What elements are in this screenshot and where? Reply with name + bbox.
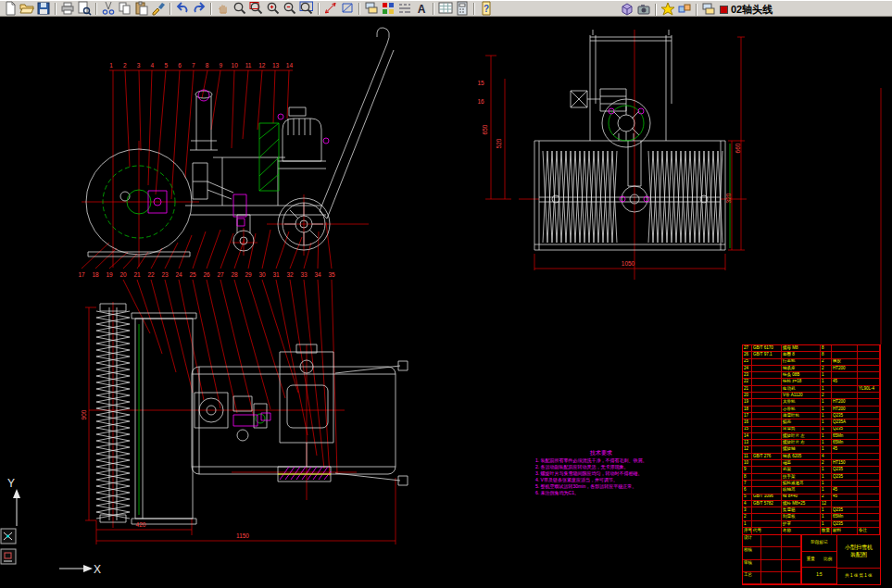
zoom-window-icon[interactable]	[248, 1, 265, 16]
sheet-info: 共 1 张 第 1 张	[837, 569, 880, 584]
dimension-label: 33	[300, 271, 308, 278]
sign-label: 校核	[743, 547, 761, 559]
dimension-label: 17	[78, 271, 85, 278]
cut-icon[interactable]	[100, 1, 117, 16]
zoom-out-icon[interactable]	[282, 1, 298, 16]
dimension-label: 320	[725, 193, 732, 203]
dimension-label: 18	[92, 271, 99, 278]
dimension-label: 14	[286, 62, 294, 69]
save-icon[interactable]	[35, 1, 52, 16]
paste-icon[interactable]	[133, 1, 150, 16]
bom-row: 1护罩1Q235	[743, 521, 880, 528]
bom-row: 5GB/T 1096键 8×40245	[743, 494, 880, 501]
dimension-label: 660	[735, 143, 741, 153]
open-icon[interactable]	[19, 1, 35, 16]
redo-icon[interactable]	[191, 1, 207, 16]
plot-icon[interactable]	[59, 1, 76, 16]
toolbar-separator	[210, 3, 212, 15]
dimension-label: 27	[217, 271, 224, 278]
dimension-label: 25	[189, 271, 196, 278]
toolbar-separator	[318, 3, 320, 15]
preview-icon[interactable]	[76, 1, 93, 16]
dimension-label: 22	[147, 271, 155, 278]
docked-tool-button-2[interactable]	[1, 549, 16, 564]
cyan-dot-icon	[6, 535, 9, 538]
copy-icon[interactable]	[117, 1, 133, 16]
title-block-info: 设计 校核 审核 工艺 阶段标记 重量比例 1:5 小型扫雪机 装配图 共 1 …	[743, 535, 880, 584]
dimension-label: 32	[286, 271, 294, 278]
bom-row: 21电动机1YL90L-4	[743, 386, 880, 393]
zoom-extents-icon[interactable]	[298, 1, 315, 16]
dimension-label: 1	[109, 62, 113, 69]
area-icon[interactable]	[339, 1, 356, 16]
star-icon[interactable]	[660, 2, 676, 17]
layer-name[interactable]: 02轴头线	[731, 3, 773, 17]
layers-icon[interactable]	[363, 1, 380, 16]
bom-row: 2刮雪板165Mn	[743, 514, 880, 520]
dimension-label: 1150	[236, 532, 249, 539]
dimension-label: 23	[161, 271, 169, 278]
dimension-label: 31	[272, 271, 280, 278]
new-icon[interactable]	[2, 1, 19, 16]
layers-icon[interactable]	[700, 2, 717, 17]
bom-row: 8扶手架1Q235	[743, 474, 880, 481]
tech-note-line: 2. 各运动副装配后应转动灵活，无卡滞现象。	[535, 464, 667, 470]
block-icon[interactable]	[676, 2, 693, 17]
bom-row: 19大带轮1HT200	[743, 399, 880, 406]
tech-note-line: 5. 整机空载试运转30min，各部运转应平稳正常。	[535, 483, 667, 490]
calculator-icon[interactable]	[454, 1, 471, 16]
front-view-drawing	[534, 30, 725, 250]
distance-icon[interactable]	[322, 1, 339, 16]
drawing-canvas[interactable]: Y X 123456789101112131417181920212223242…	[0, 17, 892, 588]
bom-row: 15出雪筒1Q235	[743, 427, 880, 433]
plan-view-magenta	[233, 413, 331, 480]
dimension-label: 6	[178, 62, 182, 69]
matchprop-icon[interactable]	[150, 1, 167, 16]
bom-row: 17抛雪叶轮1Q235	[743, 413, 880, 419]
bom-row: 16蜗壳1Q235A	[743, 419, 880, 426]
dimension-label: 5	[164, 62, 168, 69]
camera-icon[interactable]	[635, 2, 652, 17]
bom-row: 18小带轮1HT200	[743, 407, 880, 413]
help-icon[interactable]: ?	[478, 1, 495, 16]
toolbar-separator	[655, 4, 657, 16]
bom-row: 3集雪箱1Q235	[743, 507, 880, 514]
linetype-icon[interactable]	[396, 1, 413, 16]
dimension-label: 8	[206, 62, 209, 69]
sign-label: 工艺	[743, 572, 761, 584]
bom-row: 23链条 08B1	[743, 372, 880, 379]
bom-row: 9机架1Q235	[743, 467, 880, 473]
tech-note-line: 6. 未注倒角均为C1。	[535, 490, 667, 496]
bom-row: 25行走轮2橡胶	[743, 359, 880, 366]
pan-icon[interactable]	[215, 1, 232, 16]
undo-icon[interactable]	[174, 1, 191, 16]
zoom-realtime-icon[interactable]	[232, 1, 248, 16]
table-icon[interactable]	[437, 1, 454, 16]
toolbar-separator	[55, 3, 57, 15]
dimension-label: 520	[496, 138, 502, 148]
x-axis-arrowhead	[83, 565, 93, 572]
dimension-label: 13	[272, 62, 280, 69]
dimension-label: 28	[231, 271, 238, 278]
dimension-label: 2	[123, 62, 127, 69]
dimension-label: 11	[245, 62, 252, 69]
sign-label: 审核	[743, 560, 761, 572]
toolbar-separator	[358, 3, 360, 15]
textstyle-icon[interactable]: A	[413, 1, 430, 16]
dimension-label: 7	[192, 62, 195, 69]
dimension-label: 650	[482, 124, 488, 134]
plan-view-green	[139, 324, 265, 515]
toolbar-separator	[473, 3, 475, 15]
dimension-label: 30	[258, 271, 266, 278]
bom-row: 27GB/T 6170螺母 M88	[743, 345, 880, 352]
color-icon[interactable]	[380, 1, 396, 16]
zoom-in-icon[interactable]	[265, 1, 282, 16]
toolbar-separator	[95, 3, 97, 15]
toolbar-left-icons: A?	[2, 1, 495, 16]
toolbar-separator	[696, 4, 697, 16]
view3d-icon[interactable]	[619, 2, 635, 17]
title-block: 27GB/T 6170螺母 M8826GB/T 97.1垫圈 8825行走轮2橡…	[742, 344, 881, 585]
dimension-label: 34	[314, 271, 321, 278]
docked-tool-button-1[interactable]	[1, 529, 16, 544]
ucs-icon	[13, 489, 93, 572]
